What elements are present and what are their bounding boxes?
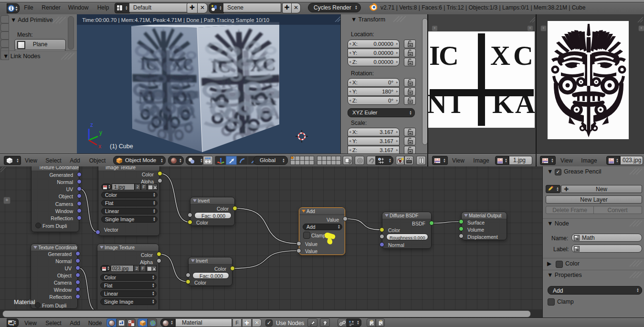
svg-text:x: x (98, 143, 101, 150)
svg-text:Time:00:00.70 | Mem:4.71M, Pea: Time:00:00.70 | Mem:4.71M, Peak:4.71M | … (82, 17, 269, 23)
svg-text:KA: KA (492, 88, 535, 119)
svg-text:NI: NI (428, 88, 461, 119)
svg-text:(1) Cube: (1) Cube (110, 143, 133, 150)
svg-text:z: z (90, 122, 93, 128)
svg-text:IC: IC (429, 40, 459, 71)
svg-text:y: y (99, 129, 102, 136)
